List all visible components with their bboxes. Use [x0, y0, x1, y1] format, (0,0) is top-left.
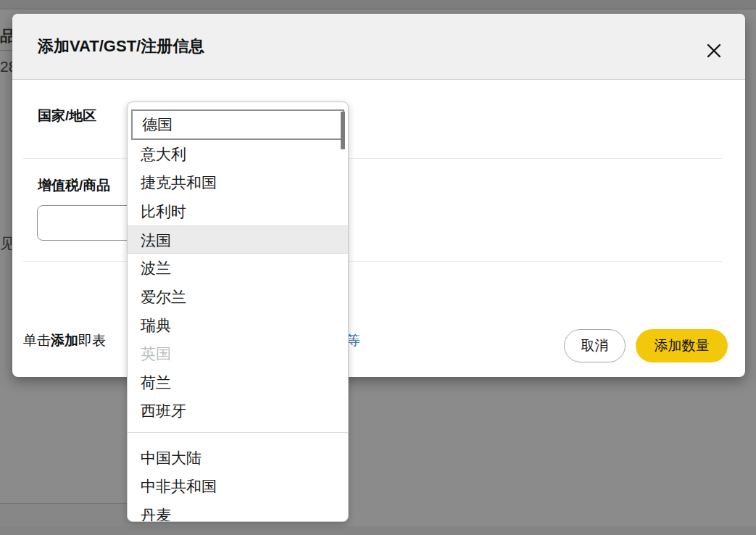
agreement-text-prefix: 单击 — [23, 333, 51, 348]
dropdown-option: 英国 — [128, 339, 348, 368]
background-number-fragment: 28 — [0, 58, 13, 78]
dropdown-scrollbar-thumb[interactable] — [341, 112, 345, 149]
background-text-fragment: 品种 — [0, 26, 12, 48]
dropdown-option[interactable]: 丹麦 — [128, 501, 348, 522]
agreement-text-bold: 添加 — [51, 333, 78, 348]
dropdown-option[interactable]: 中国大陆 — [128, 444, 348, 472]
agreement-text: 单击添加即表 — [23, 331, 106, 351]
dropdown-option[interactable]: 瑞典 — [128, 311, 348, 339]
dropdown-option[interactable]: 意大利 — [128, 140, 348, 168]
close-icon — [706, 43, 722, 59]
background-divider — [0, 50, 12, 51]
cancel-button[interactable]: 取消 — [564, 329, 626, 362]
country-select[interactable]: 德国 — [131, 109, 344, 140]
dropdown-option[interactable]: 爱尔兰 — [128, 283, 348, 311]
dropdown-option[interactable]: 法国 — [128, 225, 348, 254]
country-dropdown: 德国 意大利捷克共和国比利时法国波兰爱尔兰瑞典英国荷兰西班牙中国大陆中非共和国丹… — [127, 101, 349, 522]
modal-header: 添加VAT/GST/注册信息 — [12, 14, 745, 80]
dropdown-option[interactable]: 荷兰 — [128, 368, 348, 397]
modal-title: 添加VAT/GST/注册信息 — [38, 36, 204, 57]
dropdown-options: 意大利捷克共和国比利时法国波兰爱尔兰瑞典英国荷兰西班牙中国大陆中非共和国丹麦 — [128, 140, 348, 522]
vat-gst-modal: 添加VAT/GST/注册信息 国家/地区 增值税/商品 单击添加即表 等 取消 … — [12, 14, 745, 377]
close-button[interactable] — [703, 40, 725, 62]
dropdown-group-divider — [128, 425, 348, 444]
dropdown-option[interactable]: 捷克共和国 — [128, 168, 348, 196]
add-quantity-button[interactable]: 添加数量 — [636, 329, 728, 362]
agreement-text-suffix: 即表 — [78, 333, 106, 348]
background-footer-area — [0, 526, 756, 535]
background-text-fragment: 见, — [0, 233, 12, 254]
country-region-label: 国家/地区 — [38, 107, 96, 125]
background-page-topbar — [0, 0, 756, 9]
dropdown-option[interactable]: 西班牙 — [128, 397, 348, 425]
dropdown-option[interactable]: 比利时 — [128, 197, 348, 225]
dropdown-option[interactable]: 中非共和国 — [128, 472, 348, 500]
dropdown-option[interactable]: 波兰 — [128, 254, 348, 282]
